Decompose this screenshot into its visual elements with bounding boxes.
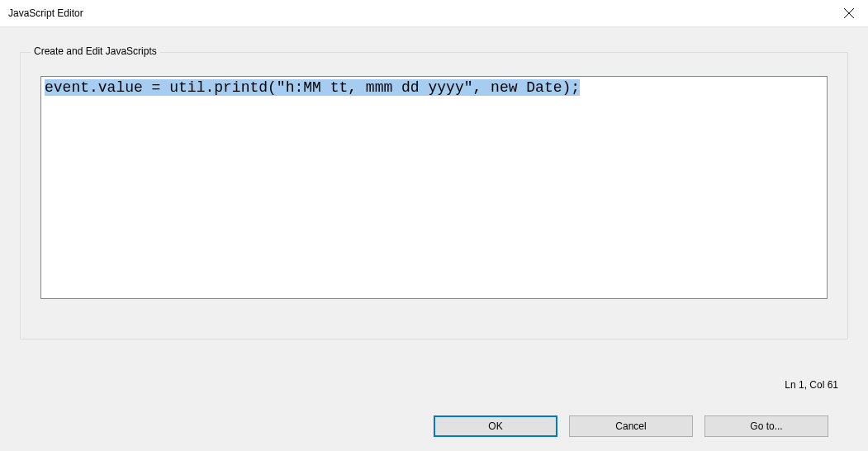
selected-code-text: event.value = util.printd("h:MM tt, mmm … [45, 79, 580, 96]
button-row: OK Cancel Go to... [20, 415, 848, 437]
javascript-fieldset: Create and Edit JavaScripts event.value … [20, 52, 848, 339]
cancel-button[interactable]: Cancel [569, 415, 693, 437]
close-button[interactable] [830, 0, 868, 26]
close-icon [844, 8, 854, 18]
content-area: Create and Edit JavaScripts event.value … [0, 27, 868, 451]
cursor-position-status: Ln 1, Col 61 [20, 379, 848, 391]
goto-button[interactable]: Go to... [704, 415, 828, 437]
ok-button[interactable]: OK [434, 415, 557, 437]
code-editor[interactable]: event.value = util.printd("h:MM tt, mmm … [40, 76, 828, 299]
window-title: JavaScript Editor [8, 7, 83, 19]
titlebar: JavaScript Editor [0, 0, 868, 26]
fieldset-legend: Create and Edit JavaScripts [31, 45, 160, 57]
